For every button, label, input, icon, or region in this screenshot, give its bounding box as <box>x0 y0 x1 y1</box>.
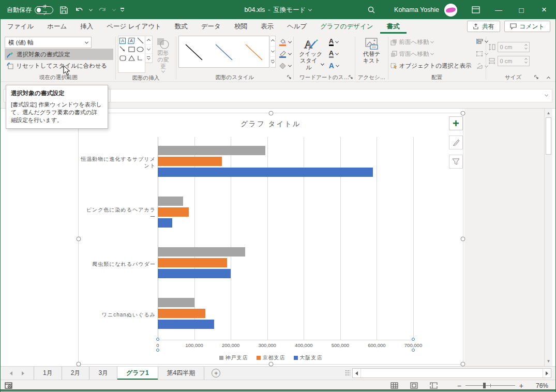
width-spinner[interactable] <box>525 58 527 64</box>
collapse-ribbon-button[interactable] <box>543 77 554 80</box>
ribbon-tab[interactable]: 表示 <box>254 19 280 34</box>
shape-width-field[interactable]: 0 cm <box>498 56 530 66</box>
chart-selection-handle[interactable] <box>268 362 273 367</box>
legend-item[interactable]: 大阪支店 <box>294 354 323 361</box>
scroll-left-arrow-icon[interactable] <box>353 369 361 378</box>
comments-button[interactable]: コメント <box>504 21 550 32</box>
chart-elements-button[interactable]: + <box>449 116 463 130</box>
ribbon-tab[interactable]: ファイル <box>1 19 40 34</box>
chart-selection-handle[interactable] <box>461 362 465 367</box>
shape-style-gallery[interactable] <box>178 36 269 68</box>
change-shape-button[interactable]: 図形の変更 <box>153 36 174 73</box>
ribbon-tab[interactable]: データ <box>194 19 228 34</box>
chart-element-dropdown[interactable]: 横 (値) 軸 <box>5 37 92 48</box>
category-axis-labels[interactable]: 恒温動物に進化するサプリメントピンク色に染めるヘアカラー爬虫類になれるパウダーワ… <box>81 137 156 340</box>
category-label[interactable]: ピンク色に染めるヘアカラー <box>81 188 156 238</box>
tab-scrollbar-splitter[interactable] <box>345 370 350 376</box>
reset-to-match-style-button[interactable]: リセットしてスタイルに合わせる <box>5 60 113 71</box>
height-spinner[interactable] <box>525 44 527 50</box>
bar-京都支店[interactable] <box>158 309 205 318</box>
zoom-slider-thumb[interactable] <box>483 383 486 388</box>
shape-style-scroll[interactable] <box>271 36 276 68</box>
legend-item[interactable]: 神戸支店 <box>219 354 248 361</box>
format-selection-button[interactable]: 選択対象の書式設定 <box>5 49 113 60</box>
ribbon-tab[interactable]: 挿入 <box>73 19 100 34</box>
bar-大阪支店[interactable] <box>158 269 231 278</box>
normal-view-button[interactable] <box>385 382 404 389</box>
alt-text-button[interactable]: 代替テ キスト <box>361 36 383 72</box>
shape-effects-button[interactable] <box>279 61 291 70</box>
shape-fill-button[interactable] <box>279 37 291 47</box>
sheet-tab-3月[interactable]: 3月 <box>89 367 117 380</box>
bar-京都支店[interactable] <box>158 157 222 166</box>
sheet-tab-グラフ1[interactable]: グラフ1 <box>117 367 158 380</box>
scroll-up-arrow-icon[interactable]: ▲ <box>545 109 552 117</box>
textbox-shape-icon[interactable]: A <box>118 36 127 45</box>
shape-outline-button[interactable] <box>279 49 291 58</box>
shape-style-blue[interactable] <box>209 36 239 67</box>
axis-selection-handle[interactable] <box>412 338 415 341</box>
rounded-rectangle-shape-icon[interactable] <box>118 54 127 63</box>
scroll-down-arrow-icon[interactable]: ▼ <box>545 357 552 365</box>
vertical-scrollbar[interactable]: ▲ ▼ <box>544 109 552 366</box>
gallery-more-icon[interactable] <box>271 57 275 67</box>
ribbon-display-options-button[interactable] <box>464 1 487 19</box>
autosave-switch[interactable]: オフ <box>35 6 53 14</box>
chart-title[interactable]: グラフ タイトル <box>79 119 463 129</box>
elbow-shape-icon[interactable] <box>136 54 145 63</box>
arrow-shape-icon[interactable] <box>118 45 127 54</box>
shape-style-black[interactable] <box>179 36 209 67</box>
undo-button[interactable] <box>74 5 84 15</box>
maximize-button[interactable]: □ <box>510 1 533 19</box>
scroll-down-icon[interactable] <box>271 47 275 57</box>
chart-selection-handle[interactable] <box>77 236 81 241</box>
axis-selection-handle[interactable] <box>156 338 159 341</box>
axis-selection-handle[interactable] <box>412 349 415 352</box>
vertical-textbox-shape-icon[interactable]: A <box>127 36 136 45</box>
redo-dropdown-icon[interactable] <box>112 7 116 11</box>
redo-button[interactable] <box>97 5 108 15</box>
close-button[interactable]: × <box>533 1 555 19</box>
gallery-more-icon[interactable] <box>145 54 152 63</box>
bar-大阪支店[interactable] <box>158 320 214 329</box>
zoom-slider[interactable] <box>465 385 515 386</box>
record-macro-button[interactable] <box>1 382 13 389</box>
plot-area[interactable] <box>158 137 413 340</box>
sheet-tab-2月[interactable]: 2月 <box>62 367 90 380</box>
zoom-percentage[interactable]: 76% <box>528 382 548 389</box>
shape-height-field[interactable]: 0 cm <box>498 42 530 52</box>
bar-大阪支店[interactable] <box>158 168 373 177</box>
zoom-in-button[interactable]: + <box>519 382 523 390</box>
chart-styles-button[interactable] <box>449 135 463 149</box>
chart-selection-handle[interactable] <box>268 111 273 116</box>
save-button[interactable] <box>58 5 69 15</box>
shape-gallery-scroll[interactable] <box>145 36 153 63</box>
shape-styles-dialog-launcher-icon[interactable] <box>287 75 292 80</box>
chart-object[interactable]: グラフ タイトル 恒温動物に進化するサプリメントピンク色に染めるヘアカラー爬虫類… <box>78 113 463 365</box>
add-sheet-button[interactable]: + <box>204 367 228 380</box>
search-button[interactable] <box>366 5 377 15</box>
quick-access-customize-button[interactable] <box>121 8 124 11</box>
scroll-right-arrow-icon[interactable] <box>543 369 551 378</box>
scroll-up-icon[interactable] <box>145 36 152 45</box>
sheet-tab-第4四半期[interactable]: 第4四半期 <box>158 367 205 380</box>
zoom-out-button[interactable]: − <box>457 382 461 390</box>
bring-forward-button[interactable]: 前面へ移動 <box>390 37 472 47</box>
bar-京都支店[interactable] <box>158 258 227 267</box>
sheet-nav-next-icon[interactable] <box>22 371 24 375</box>
formula-input[interactable] <box>110 89 552 102</box>
ribbon-tab[interactable]: 書式 <box>380 19 407 34</box>
line-shape-icon[interactable] <box>136 36 145 45</box>
text-fill-button[interactable]: A <box>329 37 339 47</box>
share-button[interactable]: 共有 <box>467 21 500 32</box>
ribbon-tab[interactable]: ページ レイアウト <box>100 19 168 34</box>
bar-京都支店[interactable] <box>158 207 189 217</box>
ribbon-tab[interactable]: グラフのデザイン <box>313 19 380 34</box>
page-break-view-button[interactable] <box>424 382 444 389</box>
oval-shape-icon[interactable] <box>136 45 145 54</box>
page-layout-view-button[interactable] <box>404 382 424 389</box>
size-dialog-launcher-icon[interactable] <box>534 75 539 80</box>
category-label[interactable]: ワニchanぬいぐるみ <box>81 290 156 340</box>
triangle-shape-icon[interactable] <box>127 54 136 63</box>
category-label[interactable]: 爬虫類になれるパウダー <box>81 239 156 290</box>
